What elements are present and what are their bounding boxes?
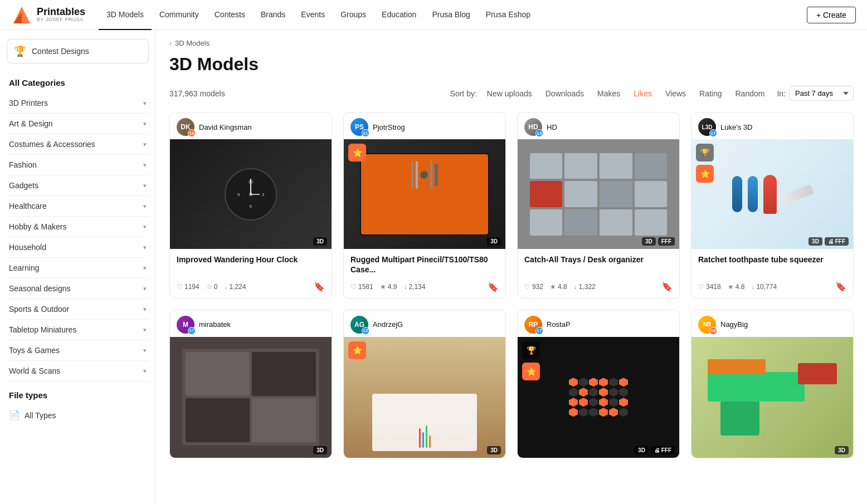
contest-designs-link[interactable]: 🏆 Contest Designs <box>7 39 149 63</box>
model-card[interactable]: PS 21 PjotrStrog <box>343 112 506 299</box>
likes-stat: ♡1581 <box>350 283 373 291</box>
badge-row: 3D <box>487 446 501 454</box>
toolbar: 317,963 models Sort by: New uploads Down… <box>169 86 854 101</box>
logo-sub: BY JOSEF PRUSA <box>37 17 85 23</box>
format-badge: 3D <box>635 446 649 454</box>
clock-svg: 12 6 9 3 <box>223 167 279 222</box>
model-card[interactable]: DK 18 David Kingsman 12 6 9 <box>169 112 332 299</box>
downloads-stat: ↓1,322 <box>574 283 596 291</box>
main-layout: 🏆 Contest Designs All Categories 3D Prin… <box>0 30 867 504</box>
model-card[interactable]: AG 13 AndrzejG ⭐ <box>343 310 506 459</box>
card-image: 3D FFF <box>518 139 679 249</box>
format-badge: 3D <box>642 237 656 246</box>
all-types-label: All Types <box>25 411 56 420</box>
category-learning[interactable]: Learning ▾ <box>7 258 149 278</box>
category-tabletop[interactable]: Tabletop Miniatures ▾ <box>7 320 149 340</box>
main-content: ‹ 3D Models 3D Models 317,963 models Sor… <box>156 30 867 504</box>
card-header: AG 13 AndrzejG <box>344 310 505 337</box>
chevron-down-icon: ▾ <box>143 120 147 128</box>
heart-icon: ♡ <box>350 283 357 291</box>
bookmark-button[interactable]: 🔖 <box>835 281 846 292</box>
downloads-stat: ↓1,224 <box>224 283 246 291</box>
nav-item-events[interactable]: Events <box>293 0 333 30</box>
card-image: ⭐ 3D <box>344 337 505 458</box>
category-sports[interactable]: Sports & Outdoor ▾ <box>7 299 149 320</box>
nav-item-prusaeshop[interactable]: Prusa Eshop <box>478 0 538 30</box>
author-name: AndrzejG <box>373 320 403 329</box>
card-body: Improved Wandering Hour Clock <box>170 249 332 277</box>
model-card[interactable]: NB 18 NagyBig <box>691 310 854 459</box>
sort-rating[interactable]: Rating <box>694 87 727 100</box>
avatar-badge: 21 <box>362 129 369 137</box>
format-badge: 3D <box>808 237 822 246</box>
card-stats: ♡1194 ☆0 ↓1,224 🔖 <box>170 277 332 297</box>
category-gadgets[interactable]: Gadgets ▾ <box>7 175 149 196</box>
logo[interactable]: Printables BY JOSEF PRUSA <box>11 4 85 26</box>
badge-row: 3D 🖨 FFF <box>808 237 849 246</box>
page-title: 3D Models <box>169 54 854 75</box>
nav-item-community[interactable]: Community <box>152 0 207 30</box>
sort-makes[interactable]: Makes <box>592 87 626 100</box>
badge-row: 3D <box>313 237 327 246</box>
format-badge-fff: 🖨 FFF <box>825 237 849 246</box>
category-hobby[interactable]: Hobby & Makers ▾ <box>7 217 149 237</box>
sidebar: 🏆 Contest Designs All Categories 3D Prin… <box>0 30 156 504</box>
card-image: 🏆 ⭐ 3D 🖨 FFF <box>518 337 679 458</box>
category-world[interactable]: World & Scans ▾ <box>7 361 149 381</box>
chevron-down-icon: ▾ <box>143 162 147 169</box>
sort-new-uploads[interactable]: New uploads <box>481 87 538 100</box>
back-arrow-icon: ‹ <box>169 40 172 47</box>
sort-options: New uploads Downloads Makes Likes Views … <box>481 87 771 100</box>
category-household[interactable]: Household ▾ <box>7 237 149 258</box>
create-button[interactable]: + Create <box>807 7 856 23</box>
sort-views[interactable]: Views <box>660 87 691 100</box>
chevron-down-icon: ▾ <box>143 244 147 251</box>
nav-item-prusablog[interactable]: Prusa Blog <box>424 0 478 30</box>
nav-item-contests[interactable]: Contests <box>207 0 253 30</box>
avatar: HD 13 <box>524 118 542 136</box>
chevron-down-icon: ▾ <box>143 265 147 272</box>
sort-likes[interactable]: Likes <box>628 87 657 100</box>
bookmark-button[interactable]: 🔖 <box>661 281 673 292</box>
avatar: NB 18 <box>698 316 716 334</box>
badge-row: 3D 🖨 FFF <box>635 446 675 454</box>
chevron-down-icon: ▾ <box>143 285 147 292</box>
card-title: Improved Wandering Hour Clock <box>177 255 325 275</box>
all-types-item[interactable]: 📄 All Types <box>7 405 149 425</box>
svg-text:6: 6 <box>250 204 252 209</box>
model-card[interactable]: M 17 mirabatek 3D <box>169 310 332 459</box>
bookmark-button[interactable]: 🔖 <box>488 282 499 292</box>
category-costumes[interactable]: Costumes & Accessories ▾ <box>7 134 149 155</box>
star-icon: ★ <box>728 283 734 291</box>
breadcrumb[interactable]: ‹ 3D Models <box>169 39 854 47</box>
nav-item-groups[interactable]: Groups <box>333 0 374 30</box>
category-label: Sports & Outdoor <box>9 305 69 314</box>
model-card[interactable]: RP 17 RostaP <box>517 310 680 459</box>
avatar-badge: 17 <box>709 129 717 137</box>
category-seasonal[interactable]: Seasonal designs ▾ <box>7 278 149 299</box>
header: Printables BY JOSEF PRUSA 3D Models Comm… <box>0 0 867 30</box>
sort-random[interactable]: Random <box>730 87 771 100</box>
bookmark-button[interactable]: 🔖 <box>314 281 325 292</box>
model-card[interactable]: HD 13 HD <box>517 112 680 299</box>
nav-item-education[interactable]: Education <box>374 0 424 30</box>
category-healthcare[interactable]: Healthcare ▾ <box>7 196 149 217</box>
nav-item-brands[interactable]: Brands <box>253 0 293 30</box>
file-icon: 📄 <box>9 410 20 420</box>
sort-label: Sort by: <box>450 89 477 98</box>
period-select[interactable]: Past 7 days Past 30 days All time <box>789 86 854 101</box>
category-artdesign[interactable]: Art & Design ▾ <box>7 114 149 134</box>
category-toys[interactable]: Toys & Games ▾ <box>7 340 149 361</box>
model-card[interactable]: L3D 17 Luke's 3D 🏆 ⭐ <box>691 112 854 299</box>
avatar-badge: 18 <box>188 129 196 137</box>
star-icon: ★ <box>550 283 556 291</box>
category-fashion[interactable]: Fashion ▾ <box>7 155 149 175</box>
format-badge: 3D <box>313 237 327 246</box>
sort-downloads[interactable]: Downloads <box>540 87 590 100</box>
category-3dprinters[interactable]: 3D Printers ▾ <box>7 93 149 114</box>
stars-stat: ★4.8 <box>550 283 567 291</box>
chevron-down-icon: ▾ <box>143 182 147 189</box>
card-header: L3D 17 Luke's 3D <box>691 112 853 139</box>
category-label: Toys & Games <box>9 346 60 355</box>
nav-item-3dmodels[interactable]: 3D Models <box>99 0 152 30</box>
